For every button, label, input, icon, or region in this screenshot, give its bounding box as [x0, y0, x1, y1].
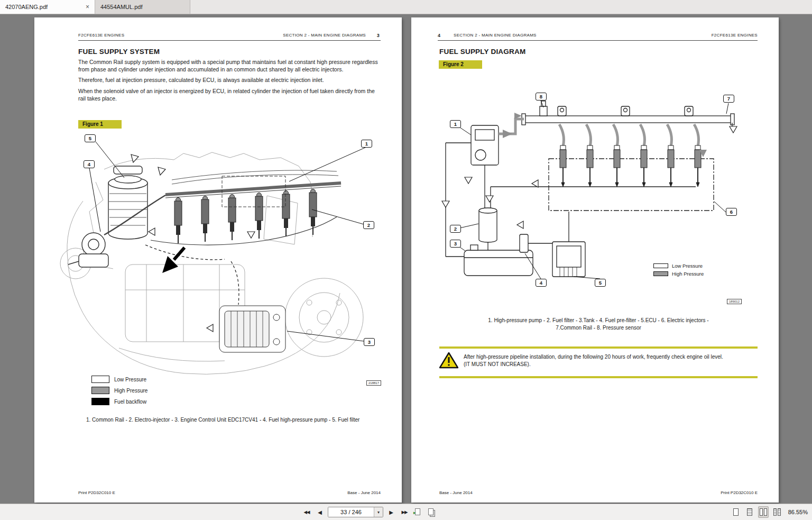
callout-8: 8	[536, 93, 547, 101]
callout-5: 5	[85, 134, 96, 142]
high-pressure-swatch	[653, 271, 668, 276]
pdf-page-4: 4 SECTION 2 - MAIN ENGINE DIAGRAMS F2CFE…	[411, 17, 779, 503]
callout-4: 4	[536, 279, 547, 287]
callout-5: 5	[595, 279, 606, 287]
warning-rule-top	[439, 346, 758, 349]
go-to-page-icon[interactable]: ▸	[412, 507, 423, 517]
low-pressure-swatch	[653, 263, 668, 268]
header-brand: F2CFE613E ENGINES	[78, 33, 124, 38]
warning-triangle-icon	[439, 352, 458, 369]
ecu-drawing	[219, 306, 285, 352]
legend-item: Low Pressure	[653, 263, 704, 269]
page-navigation: ◀◀ ◀ ▾ ▶ ▶▶ ▸	[301, 506, 436, 518]
callout-3: 3	[364, 338, 375, 346]
fuel-schematic-drawing	[440, 93, 747, 312]
tab-label: 44554AMUL.pdf	[100, 4, 186, 10]
legend-item: High Pressure	[91, 387, 147, 394]
continuous-facing-view-icon[interactable]	[772, 506, 782, 518]
page-title: FUEL SUPPLY SYSTEM	[78, 48, 160, 56]
page-number: 4	[438, 33, 440, 38]
paragraph: When the solenoid valve of an injector i…	[78, 88, 382, 102]
figure-code: 218817	[366, 380, 381, 386]
pre-filter-drawing	[520, 234, 528, 252]
callout-3: 3	[450, 240, 461, 248]
page-number-input[interactable]	[328, 507, 374, 517]
ecu-drawing	[552, 242, 585, 277]
body-text: The Common Rail supply system is equippe…	[78, 59, 382, 106]
callout-7: 7	[723, 95, 734, 103]
page-number: 3	[377, 33, 380, 38]
callout-2: 2	[450, 225, 461, 233]
callout-2: 2	[363, 221, 374, 229]
page-number-combo: ▾	[328, 507, 383, 517]
figure-1-badge: Figure 1	[78, 120, 122, 129]
injector-row	[560, 145, 701, 187]
last-page-button[interactable]: ▶▶	[399, 506, 410, 518]
next-page-button[interactable]: ▶	[386, 506, 396, 518]
figure-1-caption: 1. Common Rail - 2. Electro-injector - 3…	[86, 417, 359, 423]
figure-2-caption: 1. High-pressure pump - 2. Fuel filter -…	[439, 317, 758, 331]
figure-2-legend: Low Pressure High Pressure	[653, 263, 704, 279]
tab-42070aeng[interactable]: 42070AENG.pdf ×	[0, 0, 95, 14]
engine-drawing	[45, 131, 383, 375]
page-dropdown-icon[interactable]: ▾	[374, 507, 383, 517]
pdf-viewer-window: 42070AENG.pdf × 44554AMUL.pdf F2CFE613E …	[0, 0, 812, 520]
figure-1-illustration: 5 4 1 2 3	[45, 131, 383, 375]
footer-print: Print P2D32C010 E	[78, 490, 115, 495]
figure-1-legend: Low Pressure High Pressure Fuel backflow	[91, 376, 147, 409]
legend-item: High Pressure	[653, 271, 704, 277]
zoom-level[interactable]: 86.55%	[786, 509, 809, 515]
warning-text: After high-pressure pipeline installatio…	[464, 352, 723, 369]
pressure-sensor-drawing	[540, 101, 547, 116]
paragraph: The Common Rail supply system is equippe…	[78, 59, 382, 73]
continuous-view-icon[interactable]	[744, 506, 755, 518]
callout-1: 1	[361, 140, 372, 148]
figure-2-badge: Figure 2	[439, 60, 482, 69]
warning-block: After high-pressure pipeline installatio…	[439, 352, 758, 369]
footer-date: Base - June 2014	[347, 490, 381, 495]
callout-6: 6	[726, 208, 737, 216]
footer-print: Print P2D32C010 E	[721, 490, 758, 495]
tab-44554amul[interactable]: 44554AMUL.pdf	[95, 0, 190, 14]
tab-label: 42070AENG.pdf	[5, 4, 81, 10]
header-section: SECTION 2 - MAIN ENGINE DIAGRAMS	[283, 33, 366, 38]
bottom-toolbar: ◀◀ ◀ ▾ ▶ ▶▶ ▸	[0, 504, 812, 520]
header-section: SECTION 2 - MAIN ENGINE DIAGRAMS	[454, 33, 537, 38]
low-pressure-swatch	[91, 376, 109, 383]
fuel-backflow-swatch	[91, 398, 109, 405]
callout-1: 1	[450, 120, 461, 128]
callout-4: 4	[84, 160, 95, 168]
facing-pages-view-icon[interactable]	[758, 506, 769, 518]
legend-item: Low Pressure	[91, 376, 147, 383]
high-pressure-swatch	[91, 387, 109, 394]
document-canvas[interactable]: F2CFE613E ENGINES SECTION 2 - MAIN ENGIN…	[0, 15, 812, 504]
figure-code: 189012	[727, 299, 742, 304]
first-page-button[interactable]: ◀◀	[301, 506, 312, 518]
copy-page-icon[interactable]	[426, 507, 436, 517]
footer-date: Base - June 2014	[439, 490, 473, 495]
figure-2-schematic: 1 8 7 2 3 4 5 6	[440, 93, 747, 312]
paragraph: Therefore, fuel at injection pressure, c…	[78, 77, 382, 84]
pump-drawing	[471, 125, 499, 175]
pdf-page-3: F2CFE613E ENGINES SECTION 2 - MAIN ENGIN…	[34, 17, 402, 503]
filter-drawing	[479, 208, 497, 242]
header-rule	[78, 40, 381, 41]
single-page-view-icon[interactable]	[731, 506, 741, 518]
header-rule	[438, 40, 758, 41]
view-controls: 86.55%	[731, 506, 809, 518]
tab-bar: 42070AENG.pdf × 44554AMUL.pdf	[0, 0, 812, 14]
previous-page-button[interactable]: ◀	[315, 506, 325, 518]
legend-item: Fuel backflow	[91, 398, 147, 405]
page-title: FUEL SUPPLY DIAGRAM	[439, 48, 525, 56]
tab-close-icon[interactable]: ×	[85, 4, 90, 10]
header-brand: F2CFE613E ENGINES	[712, 33, 758, 38]
warning-rule-bottom	[439, 376, 758, 378]
